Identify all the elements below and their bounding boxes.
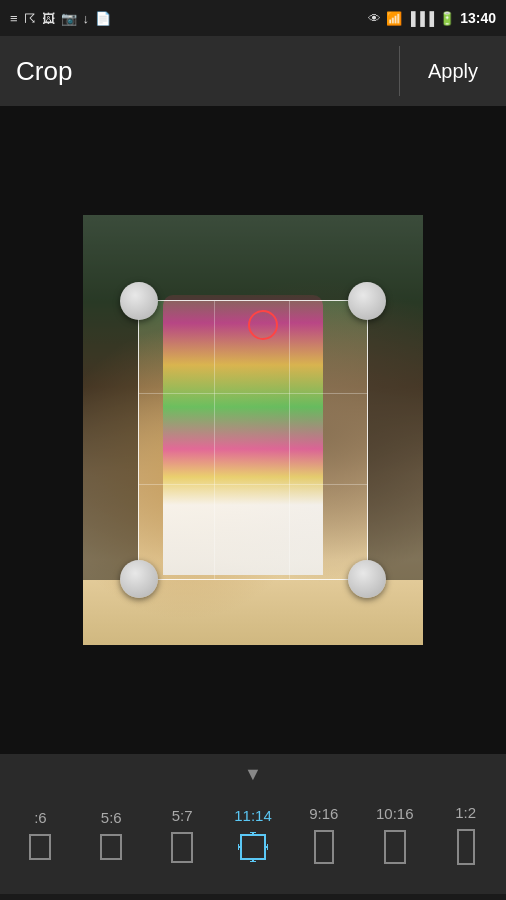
apply-button[interactable]: Apply: [416, 52, 490, 91]
ratio-icon-4: [314, 830, 334, 864]
ratio-label-1: 5:6: [101, 809, 122, 826]
svg-rect-0: [241, 835, 265, 859]
ratio-icon-2: [171, 832, 193, 863]
chevron-down-icon: ▼: [244, 764, 262, 785]
crop-box[interactable]: [138, 300, 368, 580]
apply-section: Apply: [399, 46, 490, 96]
wifi-icon: 📶: [386, 11, 402, 26]
ratio-item-3[interactable]: 11:14: [218, 807, 289, 862]
image-icon: 🖼: [42, 11, 55, 26]
ratio-label-6: 1:2: [455, 804, 476, 821]
status-icons-right: 👁 📶 ▐▐▐ 🔋 13:40: [368, 10, 496, 26]
ratio-icon-0: [29, 834, 51, 860]
signal-icon: ▐▐▐: [407, 11, 435, 26]
top-bar: Crop Apply: [0, 36, 506, 106]
ratio-item-4[interactable]: 9:16: [288, 805, 359, 864]
usb-icon: ☈: [24, 11, 36, 26]
divider: [399, 46, 400, 96]
crop-handle-top-left[interactable]: [120, 282, 158, 320]
ratio-label-3: 11:14: [234, 807, 272, 824]
ratio-label-4: 9:16: [309, 805, 338, 822]
ratio-icon-5: [384, 830, 406, 864]
ratio-label-2: 5:7: [172, 807, 193, 824]
crop-overlay-left: [83, 300, 138, 580]
ratio-item-6[interactable]: 1:2: [430, 804, 501, 865]
ratio-bar: :6 5:6 5:7 11:14: [0, 794, 506, 894]
status-icons-left: ≡ ☈ 🖼 📷 ↓ 📄: [10, 11, 111, 26]
download-icon: ↓: [83, 11, 90, 26]
ratio-item-0[interactable]: :6: [5, 809, 76, 860]
eye-icon: 👁: [368, 11, 381, 26]
photo-container: [83, 215, 423, 645]
ratio-label-5: 10:16: [376, 805, 414, 822]
crop-handle-bottom-right[interactable]: [348, 560, 386, 598]
ratio-item-2[interactable]: 5:7: [147, 807, 218, 863]
crop-grid-horizontal-2: [139, 484, 367, 485]
ratio-item-1[interactable]: 5:6: [76, 809, 147, 860]
battery-icon: 🔋: [439, 11, 455, 26]
bottom-toolbar: ▼: [0, 754, 506, 794]
status-time: 13:40: [460, 10, 496, 26]
ratio-icon-1: [100, 834, 122, 860]
ratio-icon-3: [238, 832, 268, 862]
crop-handle-bottom-left[interactable]: [120, 560, 158, 598]
crop-grid-vertical-1: [214, 301, 215, 579]
camera-icon: 📷: [61, 11, 77, 26]
crop-overlay-right: [368, 300, 423, 580]
ratio-icon-3-svg: [238, 832, 268, 862]
main-content: [0, 106, 506, 754]
ratio-items-container: :6 5:6 5:7 11:14: [0, 804, 506, 865]
ratio-label-0: :6: [34, 809, 47, 826]
ratio-item-5[interactable]: 10:16: [359, 805, 430, 864]
page-title: Crop: [16, 56, 72, 87]
antenna-icon: ≡: [10, 11, 18, 26]
crop-grid-vertical-2: [289, 301, 290, 579]
crop-handle-top-right[interactable]: [348, 282, 386, 320]
status-bar: ≡ ☈ 🖼 📷 ↓ 📄 👁 📶 ▐▐▐ 🔋 13:40: [0, 0, 506, 36]
crop-grid-horizontal-1: [139, 393, 367, 394]
file-icon: 📄: [95, 11, 111, 26]
ratio-icon-6: [457, 829, 475, 865]
